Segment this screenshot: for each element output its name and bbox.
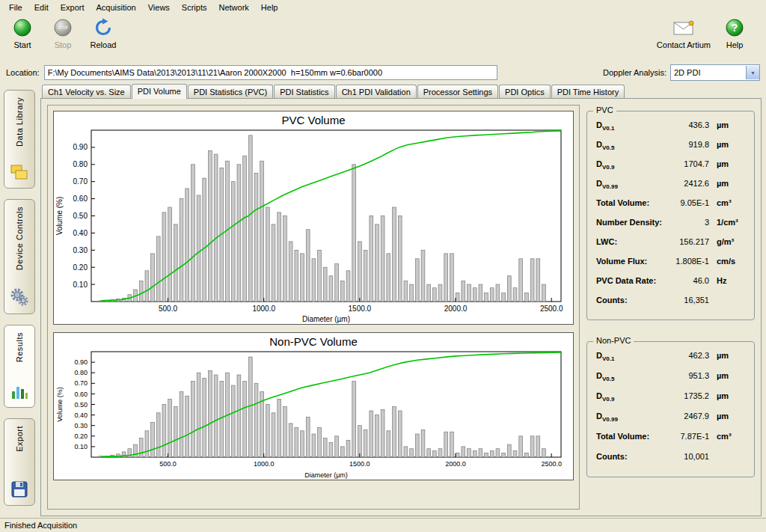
menu-export[interactable]: Export [55, 1, 91, 13]
pvc-volume-chart: 0.100.200.300.400.500.600.700.800.90500.… [54, 126, 572, 324]
stat-row-counts: Counts: 16,351 [596, 296, 747, 315]
stat-label: DV0.5 [596, 140, 614, 151]
side-tab-strip: Data Library Device Controls [1, 84, 37, 516]
svg-text:0.90: 0.90 [74, 358, 88, 366]
stat-row-lwc: LWC: 156.217 g/m³ [596, 237, 747, 257]
menu-bar: File Edit Export Acquisition Views Scrip… [0, 0, 766, 14]
menu-help[interactable]: Help [255, 1, 284, 13]
reload-icon [94, 16, 113, 39]
tab-pdi-statistics[interactable]: PDI Statistics [274, 85, 334, 98]
menu-edit[interactable]: Edit [28, 1, 55, 13]
floppy-disk-icon [10, 480, 28, 500]
stat-unit: cm³ [717, 198, 747, 207]
stat-value: 7.87E-1 [649, 432, 709, 441]
stat-label: Counts: [596, 452, 628, 463]
gears-icon [10, 287, 29, 308]
svg-text:500.0: 500.0 [159, 305, 177, 313]
menu-network[interactable]: Network [212, 1, 254, 13]
sidebar-item-results[interactable]: Results [4, 325, 35, 408]
envelope-icon [672, 16, 695, 39]
location-bar: Location: Doppler Analysis: 2D PDI ▼ [0, 63, 766, 82]
location-label: Location: [6, 68, 40, 77]
pvc-volume-chart-box: PVC Volume 0.100.200.300.400.500.600.700… [53, 111, 574, 325]
start-button[interactable]: Start [6, 16, 39, 49]
stat-label: PVC Data Rate: [596, 276, 656, 287]
svg-text:Diameter (µm): Diameter (µm) [302, 315, 350, 323]
tab-processor-settings[interactable]: Processor Settings [417, 85, 498, 98]
toolbar: Start STOP Stop Reload [0, 14, 766, 63]
pvc-groupbox-caption: PVC [593, 106, 616, 114]
stat-value: 1704.7 [614, 159, 709, 168]
reload-button[interactable]: Reload [87, 16, 120, 49]
stat-label: DV0.9 [596, 159, 614, 171]
menu-file[interactable]: File [3, 1, 28, 13]
tab-ch1-velocity-vs-size[interactable]: Ch1 Velocity vs. Size [42, 85, 131, 98]
status-text: Finished Acquisition [4, 521, 77, 530]
svg-text:0.30: 0.30 [74, 422, 88, 429]
stat-value: 919.8 [614, 140, 709, 149]
pdi-volume-tab-page: PVC Volume 0.100.200.300.400.500.600.700… [40, 98, 762, 516]
tab-pdi-statistics-pvc[interactable]: PDI Statistics (PVC) [188, 85, 273, 98]
svg-text:0.70: 0.70 [74, 379, 88, 387]
stat-value: 46.0 [656, 276, 709, 285]
stat-value: 10,001 [628, 452, 709, 461]
chevron-down-icon[interactable]: ▼ [746, 66, 759, 79]
svg-text:0.70: 0.70 [73, 177, 88, 186]
tab-pdi-volume[interactable]: PDI Volume [132, 84, 187, 99]
menu-acquisition[interactable]: Acquisition [91, 1, 142, 13]
svg-text:0.60: 0.60 [74, 391, 88, 398]
svg-text:0.50: 0.50 [74, 401, 88, 409]
statistics-panel: PVC DV0.1 436.3 µm DV0.5 919.8 µm DV [586, 105, 755, 510]
stat-label: Number Density: [596, 218, 662, 229]
stat-row-number-density: Number Density: 3 1/cm³ [596, 218, 747, 237]
svg-text:0.10: 0.10 [74, 443, 88, 450]
stat-label: DV0.1 [596, 351, 614, 362]
stat-row-dv01: DV0.1 462.3 µm [596, 351, 747, 371]
tab-pdi-time-history[interactable]: PDI Time History [551, 85, 625, 98]
contact-artium-button[interactable]: Contact Artium [657, 16, 711, 49]
sidebar-item-export[interactable]: Export [4, 418, 35, 506]
main-area: Data Library Device Controls [0, 82, 766, 518]
svg-text:2500.0: 2500.0 [540, 305, 563, 313]
menu-views[interactable]: Views [142, 1, 176, 13]
stat-label: DV0.99 [596, 179, 618, 190]
stat-unit: µm [717, 391, 747, 400]
stat-value: 462.3 [614, 351, 709, 360]
stat-unit: µm [717, 120, 747, 129]
help-label: Help [726, 40, 744, 49]
stat-row-dv05: DV0.5 919.8 µm [596, 140, 747, 159]
start-label: Start [13, 40, 31, 49]
tab-ch1-pdi-validation[interactable]: Ch1 PDI Validation [336, 85, 417, 98]
menu-scripts[interactable]: Scripts [176, 1, 213, 13]
svg-text:0.80: 0.80 [73, 160, 88, 168]
location-input[interactable] [44, 65, 497, 80]
svg-text:1000.0: 1000.0 [252, 305, 275, 313]
doppler-analysis-select[interactable]: 2D PDI ▼ [670, 64, 760, 81]
stat-label: DV0.9 [596, 391, 614, 403]
svg-text:2500.0: 2500.0 [541, 460, 562, 468]
stat-unit: µm [717, 179, 747, 188]
sidebar-item-device-controls[interactable]: Device Controls [4, 199, 35, 314]
stat-row-dv09: DV0.9 1704.7 µm [596, 159, 747, 179]
svg-text:0.20: 0.20 [74, 432, 88, 440]
content-area: Ch1 Velocity vs. Size PDI Volume PDI Sta… [40, 84, 762, 516]
stat-unit: µm [717, 140, 747, 149]
svg-text:0.40: 0.40 [73, 229, 88, 237]
stat-unit: µm [717, 412, 747, 421]
stat-value: 9.05E-1 [649, 198, 709, 207]
stat-value: 1.808E-1 [647, 257, 709, 266]
stat-row-dv09: DV0.9 1735.2 µm [596, 391, 747, 412]
stat-row-dv099: DV0.99 2467.9 µm [596, 412, 747, 432]
stat-unit: µm [717, 159, 747, 168]
tab-pdi-optics[interactable]: PDI Optics [499, 85, 551, 98]
stat-unit: cm/s [717, 257, 747, 266]
non-pvc-stats-groupbox: Non-PVC DV0.1 462.3 µm DV0.5 951.3 µm [586, 341, 755, 477]
svg-text:1500.0: 1500.0 [349, 305, 372, 313]
stop-button[interactable]: STOP Stop [46, 16, 79, 49]
sidebar-item-data-library[interactable]: Data Library [4, 90, 35, 189]
svg-text:0.80: 0.80 [74, 369, 88, 376]
svg-text:0.40: 0.40 [74, 412, 88, 419]
help-button[interactable]: ? Help [718, 16, 751, 49]
stat-unit: Hz [717, 276, 747, 285]
stat-label: DV0.1 [596, 120, 614, 132]
